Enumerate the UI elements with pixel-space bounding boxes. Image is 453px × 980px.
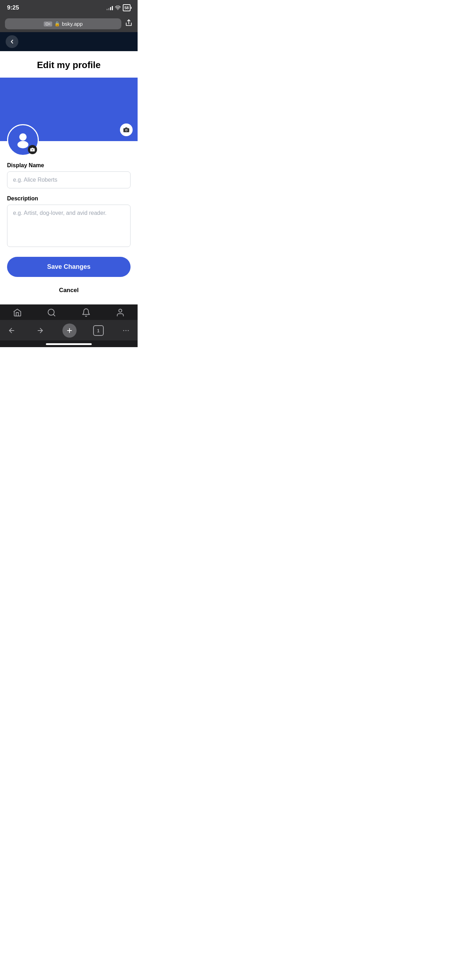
status-icons: 58 xyxy=(106,4,130,11)
svg-point-16 xyxy=(123,330,124,331)
save-changes-button[interactable]: Save Changes xyxy=(7,257,130,277)
search-icon xyxy=(47,308,56,317)
browser-bar: 🔒 bsky.app xyxy=(0,16,138,32)
browser-more-button[interactable] xyxy=(120,325,132,337)
avatar-wrapper xyxy=(7,124,39,156)
svg-point-5 xyxy=(19,134,27,141)
url-text: bsky.app xyxy=(62,21,83,27)
nav-header xyxy=(0,32,138,51)
svg-point-4 xyxy=(126,129,127,131)
back-button[interactable] xyxy=(6,35,18,48)
display-name-input[interactable] xyxy=(7,172,130,188)
avatar-camera-button[interactable] xyxy=(28,145,37,154)
cancel-button[interactable]: Cancel xyxy=(7,283,130,298)
svg-line-10 xyxy=(53,314,55,316)
home-indicator xyxy=(0,340,138,347)
status-bar: 9:25 58 xyxy=(0,0,138,16)
new-tab-button[interactable] xyxy=(62,323,76,337)
arrow-right-icon xyxy=(37,327,44,334)
nav-profile[interactable] xyxy=(116,308,125,317)
wifi-icon xyxy=(115,6,121,10)
display-name-label: Display Name xyxy=(7,162,130,169)
description-input[interactable] xyxy=(7,205,130,247)
share-button[interactable] xyxy=(125,19,133,29)
svg-point-1 xyxy=(46,22,48,25)
description-label: Description xyxy=(7,196,130,202)
home-bar xyxy=(46,343,92,345)
avatar xyxy=(7,124,39,156)
battery-icon: 58 xyxy=(123,4,130,11)
app-nav xyxy=(0,304,138,320)
banner-area xyxy=(0,78,138,141)
plus-icon xyxy=(66,327,73,334)
svg-point-18 xyxy=(128,330,129,331)
home-icon xyxy=(13,308,22,317)
page-title: Edit my profile xyxy=(0,51,138,78)
nav-notifications[interactable] xyxy=(81,308,91,317)
signal-icon xyxy=(106,5,113,10)
status-time: 9:25 xyxy=(7,4,19,11)
svg-point-17 xyxy=(126,330,127,331)
camera-icon-avatar xyxy=(30,147,35,152)
key-icon xyxy=(44,22,52,27)
arrow-left-icon xyxy=(8,327,16,334)
nav-home[interactable] xyxy=(13,308,22,317)
browser-forward-button[interactable] xyxy=(34,325,46,337)
svg-point-6 xyxy=(17,141,28,148)
lock-icon: 🔒 xyxy=(54,21,60,27)
svg-point-0 xyxy=(118,9,118,10)
tab-count-button[interactable]: 1 xyxy=(93,325,104,336)
nav-search[interactable] xyxy=(47,308,56,317)
browser-back-button[interactable] xyxy=(6,325,17,337)
ellipsis-icon xyxy=(122,327,130,334)
svg-point-8 xyxy=(32,149,33,150)
browser-bottom-bar: 1 xyxy=(0,320,138,340)
banner-camera-button[interactable] xyxy=(120,124,133,136)
bell-icon xyxy=(81,308,91,317)
profile-icon xyxy=(116,308,125,317)
page-content: Edit my profile xyxy=(0,51,138,304)
camera-icon-banner xyxy=(123,127,129,133)
svg-point-11 xyxy=(119,309,122,312)
tab-count: 1 xyxy=(97,328,100,333)
form-area: Display Name Description Save Changes Ca… xyxy=(0,141,138,304)
address-bar[interactable]: 🔒 bsky.app xyxy=(5,18,121,29)
